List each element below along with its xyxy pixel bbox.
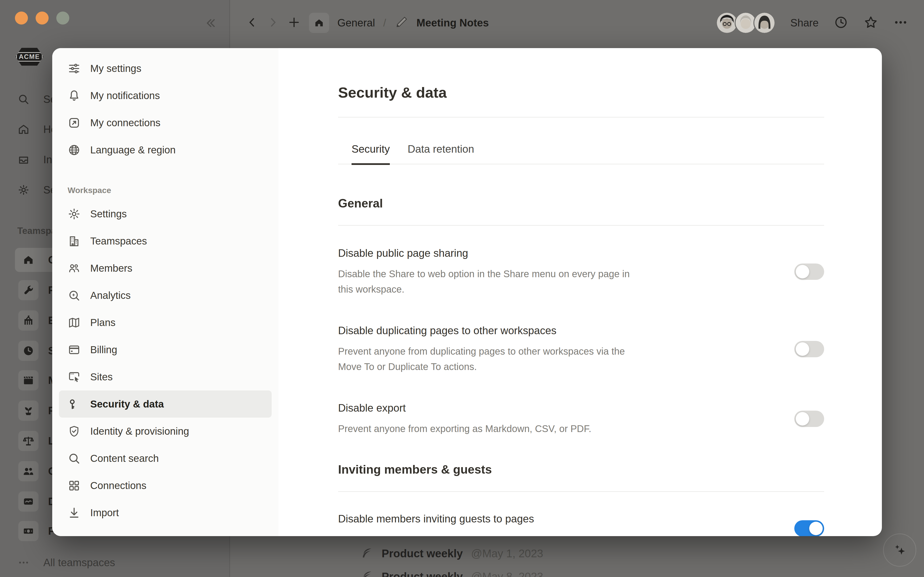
setting-description: Prevent anyone from duplicating pages to… [338,343,644,374]
scales-icon [18,431,39,451]
page-list-item[interactable]: Product weekly @May 8, 2023 [360,569,543,577]
setting-title: Disable duplicating pages to other works… [338,324,794,337]
workspace-logo: ACME [15,48,43,66]
breadcrumb-teamspace[interactable]: General [338,17,375,29]
setting-description: Disable the Share to web option in the S… [338,266,644,297]
globe-icon [68,143,81,156]
collaborator-avatars[interactable] [716,12,775,34]
window-controls [15,11,69,24]
bell-icon [68,89,81,102]
toggle-members-inviting-guests[interactable] [794,520,824,536]
topbar-navigation: General / Meeting Notes [246,0,497,46]
toggle-knob [809,522,823,535]
nav-item-sites[interactable]: Sites [59,363,272,390]
credit-card-icon [68,343,81,356]
nav-item-analytics[interactable]: Analytics [59,282,272,309]
nav-item-billing[interactable]: Billing [59,336,272,363]
app-window: ACME Acme Inc Search Home Inbox Settings… [0,0,924,577]
close-window-button[interactable] [15,11,28,24]
browser-cursor-icon [68,371,81,384]
toggle-disable-export[interactable] [794,411,824,427]
settings-content: Security & data Security Data retention … [278,48,882,536]
search-sparkle-icon [68,289,81,302]
external-link-icon [68,116,81,129]
nav-item-teamspaces[interactable]: Teamspaces [59,227,272,255]
key-icon [68,398,81,411]
minimize-window-button[interactable] [36,11,48,24]
nav-item-plans[interactable]: Plans [59,309,272,336]
toggle-knob [796,342,809,356]
all-teamspaces-button[interactable]: All teamspaces [0,556,229,569]
star-icon[interactable] [863,15,878,31]
toggle-duplicating-pages[interactable] [794,341,824,357]
search-icon [17,93,30,106]
section-heading-general: General [338,196,824,211]
topbar-actions: Share [716,0,908,46]
history-clock-icon[interactable] [834,15,848,31]
nav-item-my-connections[interactable]: My connections [59,109,272,136]
more-ellipsis-icon[interactable] [893,15,908,31]
breadcrumb-separator: / [383,17,386,29]
share-button[interactable]: Share [790,17,819,29]
shield-check-icon [68,425,81,438]
breadcrumb-page-title[interactable]: Meeting Notes [417,17,489,29]
nav-item-language-region[interactable]: Language & region [59,136,272,163]
setting-title: Disable public page sharing [338,247,794,260]
nav-item-connections[interactable]: Connections [59,472,272,499]
page-list-item[interactable]: Product weekly @May 1, 2023 [360,546,543,561]
setting-row-members-inviting-guests: Disable members inviting guests to pages [338,512,824,536]
setting-title: Disable members inviting guests to pages [338,512,794,525]
grid-icon [68,479,81,492]
sparkles-icon [891,542,908,558]
leaf-emoji-icon [360,569,373,577]
tab-security[interactable]: Security [352,143,390,165]
tab-bar: Security Data retention [338,143,824,164]
nav-item-identity-provisioning[interactable]: Identity & provisioning [59,417,272,445]
plant-icon [18,401,39,421]
setting-row-duplicating-pages: Disable duplicating pages to other works… [338,324,824,374]
nav-item-security-data[interactable]: Security & data [59,390,272,417]
leaf-emoji-icon [360,546,373,561]
nav-item-settings[interactable]: Settings [59,200,272,227]
house-icon [18,250,39,270]
collapse-sidebar-icon[interactable] [204,16,218,31]
breadcrumb-home-icon[interactable] [309,13,329,33]
nav-item-my-notifications[interactable]: My notifications [59,82,272,109]
ai-assistant-button[interactable] [883,533,916,567]
toggle-knob [796,265,809,279]
plus-icon[interactable] [287,16,301,30]
divider [338,225,824,226]
avatar-3 [753,12,775,34]
nav-item-members[interactable]: Members [59,255,272,282]
section-heading-inviting: Inviting members & guests [338,462,824,477]
toggle-public-page-sharing[interactable] [794,263,824,280]
school-icon [18,310,39,330]
setting-title: Disable export [338,401,794,415]
map-icon [68,316,81,329]
nav-item-import[interactable]: Import [59,499,272,526]
settings-nav: My settings My notifications My connecti… [52,48,278,536]
back-icon[interactable] [246,16,258,29]
search-icon [68,452,81,465]
sliders-icon [68,62,81,75]
settings-modal: My settings My notifications My connecti… [52,48,882,536]
forward-icon[interactable] [267,16,279,29]
pencil-emoji-icon [394,15,408,30]
nav-item-my-settings[interactable]: My settings [59,55,272,82]
home-icon [17,123,30,135]
import-icon [68,506,81,519]
gear-icon [17,184,30,196]
wrench-icon [18,280,39,300]
divider [338,117,824,118]
ellipsis-icon [17,556,30,569]
zoom-window-button[interactable] [56,11,69,24]
nav-item-content-search[interactable]: Content search [59,445,272,472]
inbox-icon [17,153,30,166]
page-title: Security & data [338,84,824,101]
tab-data-retention[interactable]: Data retention [408,143,474,165]
clock-icon [18,341,39,361]
banknote-icon [18,521,39,541]
people-icon [18,461,39,481]
members-icon [68,262,81,275]
gear-icon [68,208,81,221]
